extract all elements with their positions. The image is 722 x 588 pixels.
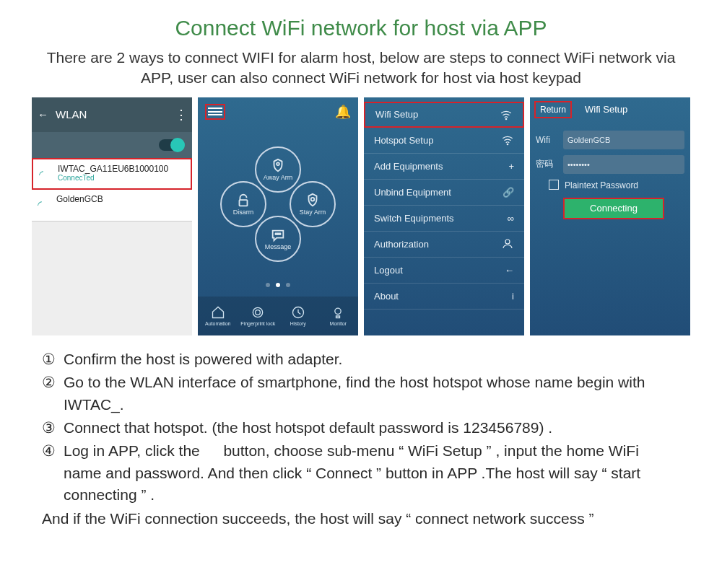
message-label: Message bbox=[265, 243, 292, 250]
wifi-toggle[interactable] bbox=[159, 139, 183, 151]
hamburger-menu-icon[interactable] bbox=[205, 104, 225, 120]
step-text-1: Confirm the host is powered with adapter… bbox=[64, 348, 680, 370]
step-number-4: ④ bbox=[42, 440, 64, 506]
svg-point-9 bbox=[335, 308, 341, 314]
stay-arm-label: Stay Arm bbox=[300, 209, 326, 216]
wifi-icon bbox=[501, 133, 514, 146]
user-icon bbox=[501, 237, 514, 250]
menu-hotspot-setup[interactable]: Hotspot Setup bbox=[364, 128, 524, 154]
wifi-signal-icon: ◜ bbox=[38, 198, 42, 211]
nav-fingerprint[interactable]: Fingerprint lock bbox=[238, 297, 279, 335]
svg-point-10 bbox=[505, 118, 507, 120]
screenshot-menu: Wifi Setup Hotspot Setup Add Equipments … bbox=[364, 97, 524, 335]
info-icon: i bbox=[512, 291, 514, 302]
plaintext-password-checkbox[interactable]: Plaintext Password bbox=[549, 180, 684, 190]
wifi-name: GoldenGCB bbox=[56, 194, 185, 204]
menu-wifi-setup[interactable]: Wifi Setup bbox=[364, 102, 524, 128]
message-button[interactable]: Message bbox=[255, 216, 301, 262]
wifi-status: ConnecTed bbox=[58, 174, 183, 182]
menu-logout[interactable]: Logout ← bbox=[364, 258, 524, 284]
password-input[interactable]: •••••••• bbox=[563, 155, 684, 174]
plus-icon: + bbox=[508, 161, 514, 172]
link-icon: 🔗 bbox=[503, 187, 514, 198]
svg-point-11 bbox=[507, 144, 508, 145]
screenshot-app-home: 🔔 Away Arm Disarm Stay Arm Message bbox=[198, 97, 358, 335]
connect-button[interactable]: Connecting bbox=[563, 198, 664, 219]
wifi-signal-icon: ◜ bbox=[39, 168, 43, 181]
arrow-left-icon: ← bbox=[505, 265, 514, 276]
screenshot-row: ← WLAN ⋮ ◜ IWTAC_GA11EU6B1000100 ConnecT… bbox=[0, 97, 722, 335]
notification-icon[interactable]: 🔔 bbox=[335, 104, 351, 120]
wifi-name: IWTAC_GA11EU6B1000100 bbox=[58, 164, 183, 174]
instruction-steps: ① Confirm the host is powered with adapt… bbox=[0, 348, 722, 530]
svg-point-5 bbox=[279, 233, 281, 234]
svg-point-3 bbox=[275, 233, 277, 234]
menu-about[interactable]: About i bbox=[364, 284, 524, 310]
wifi-setup-header: Return Wifi Setup bbox=[530, 97, 690, 122]
return-button[interactable]: Return bbox=[534, 101, 572, 118]
step-text-3: Connect that hotspot. (the host hotspot … bbox=[64, 417, 680, 439]
menu-unbind-equipment[interactable]: Unbind Equipment 🔗 bbox=[364, 180, 524, 206]
step-footer: And if the WiFi connection succeeds, the… bbox=[42, 508, 680, 530]
wifi-name-input[interactable]: GoldenGCB bbox=[563, 131, 684, 149]
svg-point-2 bbox=[311, 198, 315, 201]
nav-monitor[interactable]: Monitor bbox=[318, 297, 359, 335]
disarm-button[interactable]: Disarm bbox=[220, 181, 266, 227]
wifi-label: Wifi bbox=[536, 135, 559, 145]
stay-arm-button[interactable]: Stay Arm bbox=[290, 181, 336, 227]
page-indicator bbox=[198, 279, 358, 289]
wifi-setup-title: Wifi Setup bbox=[585, 104, 627, 115]
svg-point-6 bbox=[253, 308, 263, 317]
wlan-topbar: ← WLAN ⋮ bbox=[32, 97, 192, 132]
app-topbar: 🔔 bbox=[198, 97, 358, 126]
menu-switch-equipments[interactable]: Switch Equipments ∞ bbox=[364, 206, 524, 232]
page-description: There are 2 ways to connect WIFI for ala… bbox=[0, 40, 722, 89]
step-number-1: ① bbox=[42, 348, 64, 370]
arm-diamond: Away Arm Disarm Stay Arm Message bbox=[220, 146, 336, 262]
wifi-network-selected[interactable]: ◜ IWTAC_GA11EU6B1000100 ConnecTed bbox=[32, 158, 192, 190]
screenshot-wlan: ← WLAN ⋮ ◜ IWTAC_GA11EU6B1000100 ConnecT… bbox=[32, 97, 192, 335]
away-arm-button[interactable]: Away Arm bbox=[255, 146, 301, 193]
step-number-2: ② bbox=[42, 372, 64, 416]
disarm-label: Disarm bbox=[233, 209, 254, 216]
svg-rect-1 bbox=[240, 200, 248, 206]
step-text-2: Go to the WLAN interface of smartphone, … bbox=[64, 372, 680, 416]
svg-point-12 bbox=[505, 240, 510, 244]
page-title: Connect WiFi network for host via APP bbox=[0, 0, 722, 40]
step-number-3: ③ bbox=[42, 417, 64, 439]
screenshot-wifi-setup: Return Wifi Setup Wifi GoldenGCB 密码 ••••… bbox=[530, 97, 690, 335]
step-text-4: Log in APP, click the button, choose sub… bbox=[64, 440, 680, 506]
infinity-icon: ∞ bbox=[508, 213, 514, 224]
nav-history[interactable]: History bbox=[278, 297, 318, 335]
nav-automation[interactable]: Automation bbox=[198, 297, 238, 335]
away-arm-label: Away Arm bbox=[264, 174, 292, 181]
menu-add-equipments[interactable]: Add Equipments + bbox=[364, 154, 524, 180]
back-arrow-icon[interactable]: ← bbox=[38, 108, 48, 120]
wifi-icon bbox=[500, 108, 513, 121]
svg-point-0 bbox=[277, 162, 279, 165]
svg-point-7 bbox=[256, 310, 261, 315]
wifi-network-item[interactable]: ◜ GoldenGCB bbox=[32, 190, 192, 221]
menu-dots-icon[interactable]: ⋮ bbox=[175, 107, 186, 123]
svg-point-4 bbox=[277, 233, 279, 234]
wlan-toggle-bar bbox=[32, 132, 192, 158]
bottom-nav: Automation Fingerprint lock History Moni… bbox=[198, 297, 358, 335]
wifi-setup-form: Wifi GoldenGCB 密码 •••••••• Plaintext Pas… bbox=[530, 122, 690, 228]
menu-authorization[interactable]: Authorization bbox=[364, 232, 524, 258]
password-label: 密码 bbox=[536, 158, 559, 170]
wlan-title: WLAN bbox=[56, 108, 87, 120]
